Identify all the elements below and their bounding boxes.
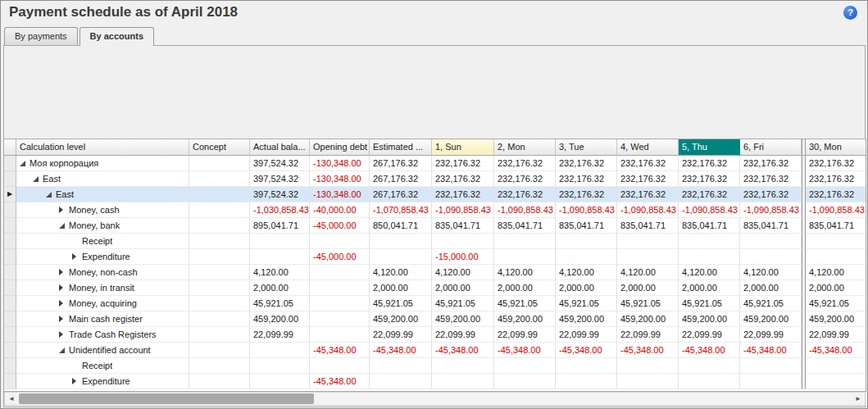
grid-cell[interactable]: 22,099.99 bbox=[494, 327, 556, 343]
grid-cell[interactable] bbox=[189, 187, 250, 202]
expand-node-icon[interactable] bbox=[72, 249, 82, 264]
grid-cell[interactable]: 2,000.00 bbox=[432, 280, 494, 296]
column-header-calculation-level[interactable]: Calculation level bbox=[16, 139, 189, 156]
calculation-level-cell[interactable]: Expenditure bbox=[16, 249, 189, 265]
calculation-level-cell[interactable]: Money, cash bbox=[16, 202, 189, 218]
column-header-4-wed[interactable]: 4, Wed bbox=[617, 139, 679, 156]
grid-cell[interactable]: 232,176.32 bbox=[617, 187, 679, 202]
grid-cell[interactable]: 232,176.32 bbox=[556, 171, 617, 187]
grid-cell[interactable]: 22,099.99 bbox=[370, 327, 432, 343]
grid-cell[interactable]: 4,120.00 bbox=[740, 265, 802, 280]
grid-cell[interactable] bbox=[494, 249, 556, 265]
grid-cell[interactable] bbox=[310, 358, 370, 374]
grid-cell[interactable]: 459,200.00 bbox=[679, 311, 740, 327]
row-selector[interactable] bbox=[4, 234, 16, 249]
grid-cell[interactable]: -15,000.00 bbox=[432, 249, 494, 265]
grid-cell[interactable] bbox=[189, 249, 250, 265]
grid-cell[interactable]: -45,348.00 bbox=[310, 374, 370, 389]
grid-cell[interactable]: 4,120.00 bbox=[494, 265, 556, 280]
grid-row[interactable]: Trade Cash Registers22,099.9922,099.9922… bbox=[4, 327, 866, 343]
grid-cell[interactable]: 232,176.32 bbox=[432, 156, 494, 171]
grid-cell[interactable]: -1,090,858.43 bbox=[556, 202, 617, 218]
grid-cell[interactable] bbox=[679, 249, 740, 265]
grid-cell[interactable] bbox=[310, 280, 370, 296]
grid-cell[interactable] bbox=[740, 234, 802, 249]
grid-row[interactable]: Expenditure-45,000.00-15,000.00 bbox=[4, 249, 866, 265]
grid-cell[interactable] bbox=[617, 249, 679, 265]
grid-cell[interactable]: 232,176.32 bbox=[556, 187, 617, 202]
grid-cell[interactable]: 45,921.05 bbox=[432, 296, 494, 311]
grid-cell[interactable] bbox=[370, 234, 432, 249]
grid-cell[interactable] bbox=[250, 234, 310, 249]
grid-row[interactable]: Unidentified account-45,348.00-45,348.00… bbox=[4, 343, 866, 358]
scroll-left-icon[interactable]: ◄ bbox=[5, 393, 18, 405]
grid-cell[interactable]: 4,120.00 bbox=[806, 265, 866, 280]
column-header-concept[interactable]: Concept bbox=[189, 139, 250, 156]
calculation-level-cell[interactable]: Trade Cash Registers bbox=[16, 327, 189, 343]
grid-cell[interactable]: 2,000.00 bbox=[250, 280, 310, 296]
grid-cell[interactable]: -1,090,858.43 bbox=[679, 202, 740, 218]
grid-cell[interactable]: -130,348.00 bbox=[310, 187, 370, 202]
grid-cell[interactable]: 895,041.71 bbox=[250, 218, 310, 234]
calculation-level-cell[interactable]: Money, acquiring bbox=[16, 296, 189, 311]
grid-cell[interactable] bbox=[806, 358, 866, 374]
grid-cell[interactable] bbox=[432, 374, 494, 389]
grid-cell[interactable]: 232,176.32 bbox=[806, 187, 866, 202]
calculation-level-cell[interactable]: Main cash register bbox=[16, 311, 189, 327]
grid-cell[interactable] bbox=[494, 234, 556, 249]
grid-cell[interactable]: -45,348.00 bbox=[556, 343, 617, 358]
row-selector[interactable] bbox=[4, 280, 16, 296]
grid-cell[interactable] bbox=[189, 234, 250, 249]
row-selector[interactable] bbox=[4, 265, 16, 280]
column-header-estimated[interactable]: Estimated ... bbox=[370, 139, 432, 156]
expand-node-icon[interactable] bbox=[59, 327, 69, 342]
grid-cell[interactable]: 459,200.00 bbox=[432, 311, 494, 327]
grid-cell[interactable]: -45,348.00 bbox=[617, 343, 679, 358]
row-selector[interactable] bbox=[4, 327, 16, 343]
grid-cell[interactable]: -130,348.00 bbox=[310, 171, 370, 187]
row-selector[interactable] bbox=[4, 374, 16, 389]
grid-row[interactable]: Receipt bbox=[4, 358, 866, 374]
grid-cell[interactable] bbox=[189, 343, 250, 358]
grid-cell[interactable] bbox=[740, 249, 802, 265]
column-header-6-fri[interactable]: 6, Fri bbox=[740, 139, 802, 156]
grid-cell[interactable] bbox=[556, 374, 617, 389]
grid-cell[interactable]: 45,921.05 bbox=[617, 296, 679, 311]
grid-cell[interactable]: -45,348.00 bbox=[740, 343, 802, 358]
grid-cell[interactable]: 850,041.71 bbox=[370, 218, 432, 234]
grid-row[interactable]: Money, cash-1,030,858.43-40,000.00-1,070… bbox=[4, 202, 866, 218]
grid-cell[interactable] bbox=[617, 374, 679, 389]
expand-node-icon[interactable] bbox=[59, 202, 69, 217]
grid-cell[interactable]: 2,000.00 bbox=[740, 280, 802, 296]
grid-cell[interactable] bbox=[189, 202, 250, 218]
grid-cell[interactable] bbox=[679, 358, 740, 374]
grid-cell[interactable]: 22,099.99 bbox=[740, 327, 802, 343]
grid-cell[interactable]: 232,176.32 bbox=[679, 156, 740, 171]
column-header-5-thu[interactable]: 5, Thu bbox=[679, 139, 740, 156]
collapse-node-icon[interactable] bbox=[46, 187, 56, 202]
grid-cell[interactable] bbox=[740, 374, 802, 389]
grid-cell[interactable]: 232,176.32 bbox=[617, 156, 679, 171]
grid-cell[interactable] bbox=[370, 358, 432, 374]
calculation-level-cell[interactable]: East bbox=[16, 171, 189, 187]
grid-cell[interactable]: 45,921.05 bbox=[740, 296, 802, 311]
grid-cell[interactable] bbox=[310, 234, 370, 249]
grid-cell[interactable] bbox=[556, 358, 617, 374]
grid-cell[interactable]: 22,099.99 bbox=[556, 327, 617, 343]
grid-cell[interactable]: 267,176.32 bbox=[370, 171, 432, 187]
grid-row[interactable]: Money, non-cash4,120.004,120.004,120.004… bbox=[4, 265, 866, 280]
grid-cell[interactable] bbox=[250, 374, 310, 389]
grid-cell[interactable]: 232,176.32 bbox=[494, 156, 556, 171]
grid-cell[interactable]: 45,921.05 bbox=[556, 296, 617, 311]
grid-cell[interactable]: 232,176.32 bbox=[617, 171, 679, 187]
grid-row[interactable]: Money, bank895,041.71-45,000.00850,041.7… bbox=[4, 218, 866, 234]
grid-cell[interactable]: 4,120.00 bbox=[556, 265, 617, 280]
grid-cell[interactable] bbox=[189, 218, 250, 234]
grid-cell[interactable]: 4,120.00 bbox=[679, 265, 740, 280]
grid-cell[interactable]: 4,120.00 bbox=[617, 265, 679, 280]
current-row-marker[interactable]: ▶ bbox=[4, 187, 16, 202]
grid-cell[interactable]: -45,348.00 bbox=[370, 343, 432, 358]
grid-cell[interactable]: 232,176.32 bbox=[494, 187, 556, 202]
grid-cell[interactable] bbox=[617, 234, 679, 249]
grid-cell[interactable] bbox=[494, 358, 556, 374]
